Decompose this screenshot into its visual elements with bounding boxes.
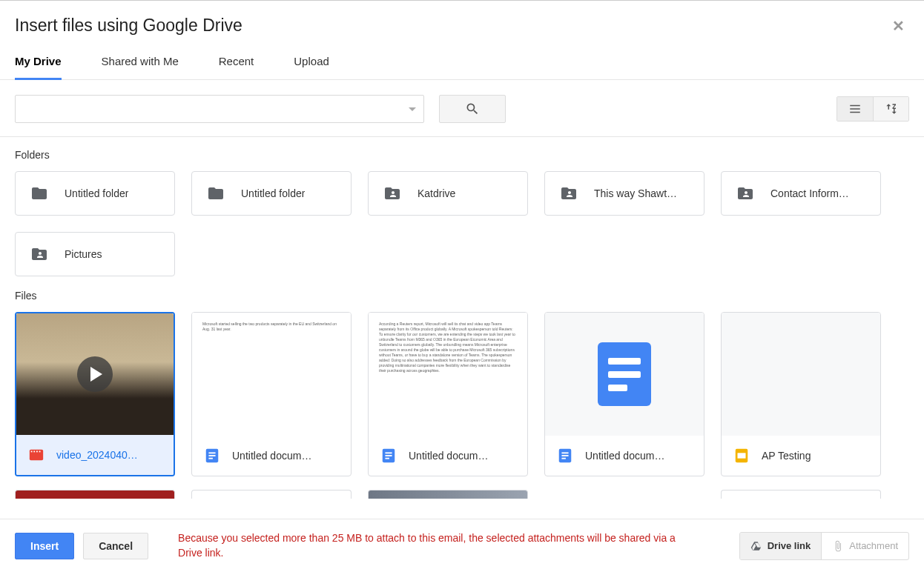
svg-rect-7: [208, 455, 215, 456]
file-thumbnail: [545, 313, 704, 436]
file-item[interactable]: AP Testing: [721, 312, 881, 476]
content-area[interactable]: Folders Untitled folder Untitled folder …: [0, 137, 924, 519]
cancel-button[interactable]: Cancel: [83, 533, 148, 559]
folder-name: Untitled folder: [65, 187, 128, 199]
doc-preview-text: Microsoft started selling the two produc…: [192, 313, 351, 436]
file-thumbnail: According a Reuters report, Microsoft wi…: [369, 313, 527, 436]
shared-folder-icon: [30, 245, 48, 263]
tab-recent[interactable]: Recent: [219, 55, 254, 79]
file-footer: Untitled docum…: [369, 436, 527, 476]
docs-file-icon: [380, 448, 397, 464]
file-name: Untitled docum…: [585, 450, 664, 462]
file-item-peek[interactable]: [368, 490, 528, 499]
file-item-peek: [544, 490, 704, 499]
file-thumbnail: [722, 313, 880, 436]
shared-folder-icon: [383, 184, 401, 202]
svg-rect-10: [385, 452, 392, 453]
folder-item[interactable]: Katdrive: [368, 171, 528, 216]
folder-name: Katdrive: [418, 187, 455, 199]
search-input[interactable]: [15, 95, 424, 123]
paperclip-icon: [832, 540, 844, 552]
folder-grid: Untitled folder Untitled folder Katdrive…: [15, 171, 909, 276]
file-item-peek[interactable]: [15, 490, 175, 499]
search-button[interactable]: [439, 95, 506, 123]
file-item-peek[interactable]: [721, 490, 881, 499]
file-thumbnail: Microsoft started selling the two produc…: [192, 313, 351, 436]
bottom-bar: Insert Cancel Because you selected more …: [0, 519, 924, 572]
folder-name: Contact Inform…: [770, 187, 849, 199]
file-footer: video_2024040…: [16, 435, 174, 475]
folder-item[interactable]: Pictures: [15, 232, 175, 276]
attach-mode-toggle: Drive link Attachment: [739, 532, 909, 560]
svg-rect-4: [39, 451, 41, 453]
folder-name: This way Shawt…: [594, 187, 677, 199]
doc-preview-text: According a Reuters report, Microsoft wi…: [369, 313, 527, 436]
folder-item[interactable]: Untitled folder: [15, 171, 175, 216]
folder-icon: [207, 184, 225, 202]
search-dropdown-caret-icon[interactable]: [409, 107, 416, 111]
sort-az-icon: [885, 102, 898, 116]
search-field[interactable]: [23, 103, 409, 115]
file-name: video_2024040…: [56, 449, 138, 461]
size-warning-text: Because you selected more than 25 MB to …: [178, 531, 690, 560]
svg-rect-1: [31, 451, 33, 453]
svg-rect-6: [208, 452, 215, 453]
tab-upload[interactable]: Upload: [294, 55, 329, 79]
files-section-label: Files: [15, 290, 909, 302]
svg-rect-18: [738, 453, 746, 458]
folder-name: Untitled folder: [241, 187, 305, 199]
search-icon: [465, 102, 480, 116]
file-name: Untitled docum…: [409, 450, 488, 462]
folder-item[interactable]: This way Shawt…: [544, 171, 704, 216]
svg-rect-15: [561, 455, 568, 456]
view-sort-toggle: [836, 96, 909, 122]
insert-files-dialog: Insert files using Google Drive ✕ My Dri…: [0, 0, 924, 572]
attachment-label: Attachment: [849, 540, 898, 551]
svg-rect-2: [33, 451, 35, 453]
drive-link-option[interactable]: Drive link: [740, 533, 822, 559]
folder-item[interactable]: Contact Inform…: [721, 171, 881, 216]
file-thumbnail: [16, 313, 174, 435]
svg-rect-3: [36, 451, 38, 453]
shared-folder-icon: [736, 184, 754, 202]
drive-link-label: Drive link: [768, 540, 811, 551]
svg-rect-14: [561, 452, 568, 453]
svg-rect-11: [385, 455, 392, 456]
file-item[interactable]: video_2024040…: [15, 312, 175, 476]
list-view-icon: [848, 102, 862, 116]
file-item[interactable]: According a Reuters report, Microsoft wi…: [368, 312, 528, 476]
folder-icon: [30, 184, 48, 202]
file-item-peek[interactable]: [191, 490, 352, 499]
folder-name: Pictures: [65, 248, 102, 260]
drive-icon: [750, 540, 762, 552]
tab-bar: My Drive Shared with Me Recent Upload: [0, 41, 924, 80]
video-file-icon: [28, 447, 44, 463]
docs-large-icon: [598, 342, 651, 406]
list-view-button[interactable]: [837, 97, 873, 121]
folder-item[interactable]: Untitled folder: [191, 171, 352, 216]
attachment-option[interactable]: Attachment: [821, 533, 908, 559]
svg-rect-8: [208, 458, 213, 459]
file-name: Untitled docum…: [232, 450, 311, 462]
svg-rect-12: [385, 458, 389, 459]
shared-folder-icon: [560, 184, 578, 202]
slides-file-icon: [733, 448, 750, 464]
file-item[interactable]: Microsoft started selling the two produc…: [191, 312, 352, 476]
toolbar: [0, 80, 924, 137]
dialog-title: Insert files using Google Drive: [15, 16, 242, 36]
docs-file-icon: [557, 448, 573, 464]
close-button[interactable]: ✕: [888, 17, 909, 35]
tab-my-drive[interactable]: My Drive: [15, 55, 62, 80]
sort-button[interactable]: [873, 97, 908, 121]
play-icon: [77, 356, 113, 392]
insert-button[interactable]: Insert: [15, 533, 74, 559]
folders-section-label: Folders: [15, 149, 909, 161]
docs-file-icon: [204, 448, 220, 464]
file-grid-next-row: [15, 490, 909, 499]
file-grid: video_2024040… Microsoft started selling…: [15, 312, 909, 476]
file-footer: AP Testing: [722, 436, 880, 476]
file-item[interactable]: Untitled docum…: [544, 312, 704, 476]
file-footer: Untitled docum…: [192, 436, 351, 476]
file-footer: Untitled docum…: [545, 436, 704, 476]
tab-shared-with-me[interactable]: Shared with Me: [102, 55, 179, 79]
